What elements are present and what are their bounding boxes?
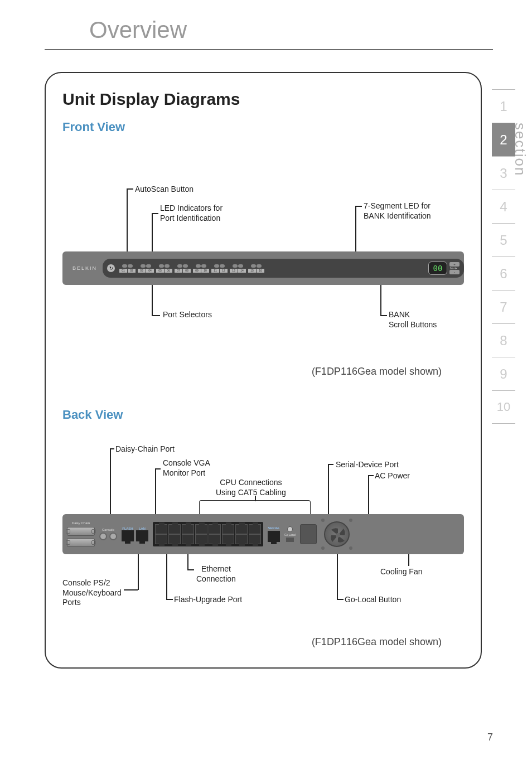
port-selector[interactable]: 14 [238, 269, 246, 273]
flash-lan-block: FLASH LAN [122, 527, 148, 541]
leader [152, 213, 158, 214]
port-selector[interactable]: 05 [156, 269, 164, 273]
console-ps2-block: Console [99, 528, 117, 540]
port-selector[interactable]: 10 [201, 269, 209, 273]
section-tab-9[interactable]: 9 [492, 357, 515, 390]
cpu-port[interactable] [235, 524, 248, 534]
cpu-port[interactable] [182, 534, 194, 544]
label-autoscan: AutoScan Button [135, 185, 194, 195]
back-diagram: Daisy-Chain Port Console VGA Monitor Por… [62, 428, 464, 645]
bank-display-area: 00 + bank - [428, 262, 460, 275]
cpu-port[interactable] [222, 534, 234, 544]
ps2-mouse-port[interactable] [99, 533, 107, 540]
port-selector[interactable]: 09 [193, 269, 201, 273]
leader [110, 448, 111, 518]
cpu-port[interactable] [209, 524, 221, 534]
leader [368, 475, 369, 520]
port-selector[interactable]: 02 [128, 269, 136, 273]
label-serial: Serial-Device Port [336, 460, 399, 470]
port-selector[interactable]: 04 [146, 269, 154, 273]
cpu-port[interactable] [249, 534, 261, 544]
daisy-chain-port[interactable] [67, 527, 95, 536]
section-tab-10[interactable]: 10 [492, 390, 515, 424]
section-tabs: 1 2 3 4 5 6 7 8 9 10 [492, 89, 515, 424]
port-group: 1516 [248, 264, 264, 273]
daisy-chain-text: Daisy Chain [72, 521, 90, 525]
led-icon [196, 264, 201, 268]
ethernet-port[interactable] [136, 530, 148, 541]
front-view-heading: Front View [62, 120, 464, 134]
label-cooling-fan: Cooling Fan [380, 567, 423, 577]
leader [187, 569, 194, 570]
section-tab-2[interactable]: 2 [492, 123, 515, 156]
flash-upgrade-port[interactable] [122, 530, 134, 541]
leader [124, 589, 138, 590]
section-tab-1[interactable]: 1 [492, 89, 515, 123]
leader [110, 448, 114, 449]
leader [152, 213, 153, 255]
cpu-port[interactable] [222, 524, 234, 534]
serial-device-port[interactable] [268, 531, 280, 542]
cpu-port[interactable] [195, 534, 207, 544]
cpu-port[interactable] [168, 534, 181, 544]
port-selector[interactable]: 12 [220, 269, 228, 273]
led-icon [177, 264, 182, 268]
ps2-keyboard-port[interactable] [109, 533, 117, 540]
bank-up-button[interactable]: + [449, 262, 460, 267]
model-note-back: (F1DP116Gea model shown) [312, 636, 442, 648]
section-tab-5[interactable]: 5 [492, 223, 515, 256]
port-selector[interactable]: 03 [138, 269, 146, 273]
led-icon [183, 264, 188, 268]
label-console-ps2: Console PS/2 Mouse/Keyboard Ports [62, 578, 122, 608]
leader [328, 464, 329, 517]
bank-down-button[interactable]: - [449, 270, 460, 274]
led-icon [146, 264, 151, 268]
cpu-port[interactable] [195, 524, 207, 534]
label-port-selectors: Port Selectors [163, 310, 212, 320]
fan-assembly [321, 519, 352, 550]
port-selector[interactable]: 08 [183, 269, 191, 273]
port-selector[interactable]: 11 [211, 269, 219, 273]
cpu-port[interactable] [155, 534, 167, 544]
port-group: 1112 [211, 264, 228, 273]
go-local-button[interactable] [287, 526, 293, 532]
leader [355, 206, 356, 256]
go-local-text: Go Local [284, 533, 296, 536]
screw-icon [321, 546, 325, 550]
led-icon [165, 264, 170, 268]
console-vga-port[interactable] [67, 538, 95, 547]
cpu-port[interactable] [182, 524, 194, 534]
port-group: 0102 [119, 264, 136, 273]
cpu-port[interactable] [235, 534, 248, 544]
port-selector[interactable]: 16 [257, 269, 264, 273]
port-selector[interactable]: 07 [175, 269, 182, 273]
label-golocal: Go-Local Button [345, 595, 401, 605]
console-text: Console [102, 528, 114, 531]
cpu-port[interactable] [209, 534, 221, 544]
port-selector[interactable]: 06 [165, 269, 172, 273]
port-group: 0910 [193, 264, 209, 273]
content-panel: Unit Display Diagrams Front View AutoSca… [45, 72, 482, 669]
cpu-port[interactable] [155, 524, 167, 534]
port-selector[interactable]: 01 [119, 269, 127, 273]
leader [127, 188, 133, 190]
cpu-connections [153, 522, 263, 546]
section-tab-6[interactable]: 6 [492, 256, 515, 290]
label-ethernet: Ethernet Connection [196, 564, 236, 584]
ac-power-inlet[interactable] [300, 524, 317, 544]
label-cpu: CPU Connections Using CAT5 Cabling [216, 478, 286, 497]
port-selector[interactable]: 13 [230, 269, 238, 273]
section-tab-4[interactable]: 4 [492, 190, 515, 223]
section-tab-3[interactable]: 3 [492, 156, 515, 190]
screw-icon [349, 546, 352, 550]
section-tab-7[interactable]: 7 [492, 290, 515, 323]
cpu-port[interactable] [168, 524, 181, 534]
leader [155, 468, 156, 519]
seven-segment-display: 00 [428, 262, 447, 275]
model-note-front: (F1DP116Gea model shown) [312, 366, 442, 377]
cpu-port[interactable] [249, 524, 261, 534]
autoscan-button[interactable]: ↻ [107, 264, 115, 272]
leader [155, 468, 161, 469]
section-tab-8[interactable]: 8 [492, 323, 515, 357]
port-selector[interactable]: 15 [248, 269, 256, 273]
